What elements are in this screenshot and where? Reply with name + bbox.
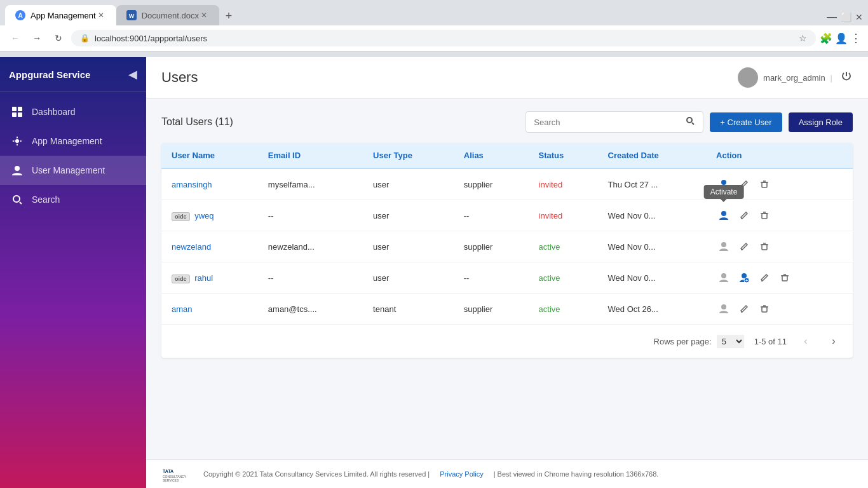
edit-icon[interactable] [736,177,752,192]
svg-rect-4 [12,107,17,111]
settings-icon[interactable]: ⋮ [850,31,862,45]
pagination: Rows per page: 5 10 25 1-5 of 11 ‹ › [161,325,853,358]
footer-copyright: Copyright © 2021 Tata Consultancy Servic… [203,470,430,478]
tab-close-app[interactable]: ✕ [96,10,106,20]
browser-tabs: A App Management ✕ W Document.docx ✕ + —… [0,0,868,25]
dashboard-icon [10,105,24,119]
activate-icon-yweq[interactable] [716,208,731,223]
tab-maximize-icon[interactable]: ⬜ [841,12,851,22]
tab-new-button[interactable]: + [219,6,238,25]
tab-minimize-icon[interactable]: — [827,11,837,23]
cell-email: aman@tcs.... [258,294,363,325]
nav-forward-button[interactable]: → [28,29,46,47]
oidc-badge: oidc [172,274,190,283]
sidebar-item-search[interactable]: Search [0,185,146,214]
pagination-prev-button[interactable]: ‹ [797,332,815,350]
svg-text:TATA: TATA [163,469,173,473]
cell-user-type: user [363,200,454,231]
sidebar-item-label-dashboard: Dashboard [32,107,76,117]
svg-point-12 [745,74,750,79]
assign-role-button[interactable]: Assign Role [789,112,853,132]
power-icon[interactable] [840,70,853,86]
app-layout: Appgurad Service ◀ Dashboard [0,57,868,488]
table-row: oidc rahul -- user -- active Wed Nov 0..… [161,262,853,294]
svg-rect-6 [12,112,17,117]
tcs-logo-svg: TATA CONSULTANCY SERVICES [161,465,193,483]
sidebar-item-dashboard[interactable]: Dashboard [0,97,146,126]
tab-close-window-icon[interactable]: ✕ [855,12,863,22]
table-header: User Name Email ID User Type Alias Statu… [161,143,853,168]
status-badge-invited: invited [539,211,563,220]
browser-chrome: A App Management ✕ W Document.docx ✕ + —… [0,0,868,57]
nav-reload-button[interactable]: ↻ [50,29,67,47]
toolbar-right: + Create User Assign Role [526,111,853,133]
user-name: mark_org_admin [763,73,825,83]
activate-icon[interactable] [716,177,731,192]
assign-role-icon[interactable]: + [736,270,752,285]
tab-close-doc[interactable]: ✕ [199,10,209,20]
privacy-policy-link[interactable]: Privacy Policy [440,470,483,478]
delete-icon[interactable] [757,301,772,316]
delete-icon[interactable] [757,208,772,223]
nav-back-button[interactable]: ← [6,29,24,47]
user-link-rahul[interactable]: rahul [194,273,213,283]
delete-icon[interactable] [777,270,792,285]
footer-resolution-note: | Best viewed in Chrome having resolutio… [494,470,659,478]
cell-status: invited [529,168,598,200]
search-input[interactable] [534,118,680,127]
col-status: Status [529,143,598,168]
sidebar-item-user-management[interactable]: User Management [0,156,146,185]
tab-favicon-app: A [15,10,25,20]
cell-action [706,231,853,262]
url-text: localhost:9001/appportal/users [95,34,794,43]
delete-icon[interactable] [757,177,772,192]
user-avatar [738,67,758,88]
footer: TATA CONSULTANCY SERVICES Copyright © 20… [146,459,868,488]
cell-user-type: tenant [363,294,454,325]
deactivate-icon[interactable] [716,270,731,285]
cell-created-date: Wed Nov 0... [598,262,706,294]
tab-document[interactable]: W Document.docx ✕ [116,5,219,25]
tab-app-management[interactable]: A App Management ✕ [5,5,116,25]
search-box[interactable] [526,111,703,133]
cell-user-type: user [363,231,454,262]
svg-rect-27 [762,245,767,250]
deactivate-icon[interactable] [716,301,731,316]
status-badge-invited: invited [539,180,563,189]
extensions-icon[interactable]: 🧩 [820,32,832,44]
user-link-amansingh[interactable]: amansingh [172,180,212,189]
pagination-next-button[interactable]: › [825,332,843,350]
url-bar[interactable]: 🔒 localhost:9001/appportal/users ☆ [71,30,816,46]
search-icon-button[interactable] [685,116,695,128]
svg-point-30 [721,273,726,278]
tab-favicon-doc: W [126,10,137,20]
star-icon[interactable]: ☆ [799,33,807,43]
status-badge-active: active [539,242,560,252]
user-link-aman[interactable]: aman [172,304,193,314]
svg-text:A: A [18,12,22,19]
total-users-label: Total Users (11) [161,116,233,128]
lock-icon: 🔒 [80,34,90,43]
header-right: mark_org_admin | [738,67,853,88]
sidebar-item-app-management[interactable]: App Management [0,126,146,156]
sidebar-toggle-icon[interactable]: ◀ [128,67,137,81]
cell-email: -- [258,262,363,294]
delete-icon[interactable] [757,239,772,254]
action-icons: Activate [716,208,843,223]
sidebar-item-label-app-management: App Management [32,136,102,146]
create-user-button[interactable]: + Create User [710,112,782,132]
edit-icon[interactable] [757,270,772,285]
user-link-newzeland[interactable]: newzeland [172,242,211,252]
profile-icon[interactable]: 👤 [835,32,848,44]
cell-user-type: user [363,262,454,294]
edit-icon[interactable] [736,301,752,316]
edit-icon[interactable] [736,239,752,254]
edit-icon[interactable] [736,208,752,223]
table-body: amansingh myselfama... user supplier inv… [161,168,853,325]
main-header: Users mark_org_admin | [146,57,868,98]
tab-label-doc: Document.docx [142,11,199,20]
table-row: newzeland newzeland... user supplier act… [161,231,853,262]
rows-per-page-select[interactable]: 5 10 25 [717,335,744,348]
user-link-yweq[interactable]: yweq [194,211,214,220]
deactivate-icon[interactable] [716,239,731,254]
